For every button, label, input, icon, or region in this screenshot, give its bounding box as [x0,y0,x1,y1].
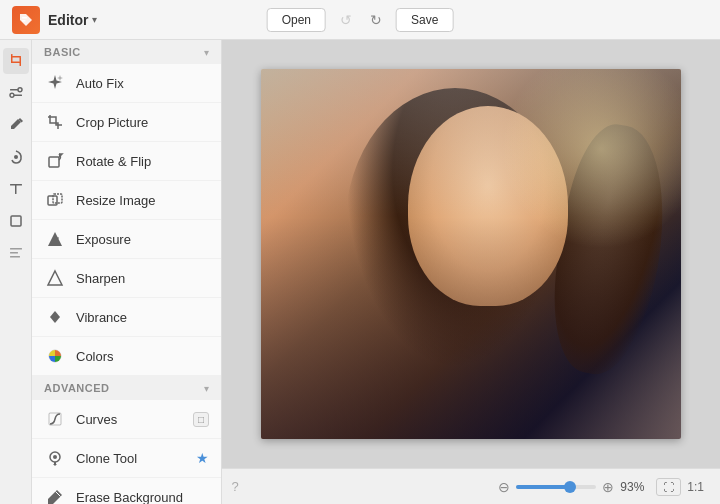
advanced-section-label: Advanced [44,382,110,394]
exposure-tool-icon [44,228,66,250]
svg-rect-17 [49,157,59,167]
help-icon: ? [231,479,238,494]
svg-point-9 [10,93,14,97]
svg-rect-0 [22,17,27,19]
tool-item-colors[interactable]: Colors [32,337,221,376]
svg-rect-1 [22,20,26,22]
tool-item-erase-bg[interactable]: Erase Background [32,478,221,504]
tool-item-crop[interactable]: Crop Picture [32,103,221,142]
sharpen-tool-icon [44,267,66,289]
open-button[interactable]: Open [267,8,326,32]
svg-rect-13 [11,216,21,226]
zoom-out-icon[interactable]: ⊖ [498,479,510,495]
resize-label: Resize Image [76,193,209,208]
zoom-percent: 93% [620,480,650,494]
adjust-icon-btn[interactable] [3,80,29,106]
crop-label: Crop Picture [76,115,209,130]
basic-section-header[interactable]: Basic ▾ [32,40,221,64]
svg-rect-15 [10,252,18,254]
basic-section-label: Basic [44,46,81,58]
main-area: Basic ▾ Auto Fix Crop Picture [0,40,720,504]
app-logo [12,6,40,34]
topbar-center-controls: Open ↺ ↻ Save [267,8,454,32]
topbar: Editor ▾ Open ↺ ↻ Save [0,0,720,40]
zoom-in-icon[interactable]: ⊕ [602,479,614,495]
help-button[interactable]: ? [222,468,248,504]
photo-image [261,69,681,439]
paint-icon-btn[interactable] [3,112,29,138]
tools-panel: Basic ▾ Auto Fix Crop Picture [32,40,222,504]
colors-label: Colors [76,349,209,364]
redo-button[interactable]: ↻ [366,10,386,30]
svg-point-28 [53,455,57,459]
tool-item-sharpen[interactable]: Sharpen [32,259,221,298]
app-title: Editor [48,12,88,28]
erase-bg-tool-icon [44,486,66,504]
curves-tool-icon [44,408,66,430]
rotate-label: Rotate & Flip [76,154,209,169]
svg-rect-4 [19,57,21,66]
zoom-fit-button[interactable]: ⛶ [656,478,681,496]
vibrance-tool-icon [44,306,66,328]
zoom-controls: ⊖ ⊕ 93% ⛶ 1:1 [498,478,704,496]
curves-badge: □ [193,412,209,427]
svg-marker-23 [48,271,62,285]
tool-item-auto-fix[interactable]: Auto Fix [32,64,221,103]
svg-rect-16 [10,256,20,258]
tool-item-exposure[interactable]: Exposure [32,220,221,259]
svg-marker-20 [48,232,62,246]
pattern-icon-btn[interactable] [3,240,29,266]
advanced-section-header[interactable]: Advanced ▾ [32,376,221,400]
save-button[interactable]: Save [396,8,453,32]
auto-fix-label: Auto Fix [76,76,209,91]
erase-bg-label: Erase Background [76,490,209,505]
crop-icon-btn[interactable] [3,48,29,74]
photo-canvas[interactable] [261,69,681,439]
canvas-area: ⊖ ⊕ 93% ⛶ 1:1 ? [222,40,720,504]
svg-rect-6 [10,89,18,91]
tool-item-rotate[interactable]: Rotate & Flip [32,142,221,181]
zoom-slider-thumb [564,481,576,493]
clone-tool-icon [44,447,66,469]
crop-tool-icon [44,111,66,133]
zoom-slider-fill [516,485,568,489]
resize-tool-icon [44,189,66,211]
auto-fix-icon [44,72,66,94]
colors-tool-icon [44,345,66,367]
editor-dropdown-icon[interactable]: ▾ [92,14,97,25]
svg-marker-24 [50,311,60,323]
vibrance-label: Vibrance [76,310,209,325]
curves-label: Curves [76,412,183,427]
canvas-wrapper [222,40,720,468]
rotate-tool-icon [44,150,66,172]
svg-rect-14 [10,248,22,250]
svg-rect-5 [12,56,21,58]
sidebar-icon-strip [0,40,32,504]
zoom-slider[interactable] [516,485,596,489]
logo-icon [18,12,34,28]
sharpen-label: Sharpen [76,271,209,286]
text-icon-btn[interactable] [3,176,29,202]
bottom-bar: ⊖ ⊕ 93% ⛶ 1:1 [222,468,720,504]
svg-point-7 [18,88,22,92]
svg-rect-3 [11,62,20,64]
basic-chevron-icon: ▾ [204,47,209,58]
tool-item-resize[interactable]: Resize Image [32,181,221,220]
undo-button[interactable]: ↺ [336,10,356,30]
exposure-label: Exposure [76,232,209,247]
tool-item-vibrance[interactable]: Vibrance [32,298,221,337]
draw-icon-btn[interactable] [3,144,29,170]
clone-badge: ★ [196,450,209,466]
advanced-chevron-icon: ▾ [204,383,209,394]
zoom-ratio: 1:1 [687,480,704,494]
svg-rect-8 [14,95,22,97]
clone-label: Clone Tool [76,451,186,466]
svg-point-10 [14,155,18,159]
shapes-icon-btn[interactable] [3,208,29,234]
tool-item-clone[interactable]: Clone Tool ★ [32,439,221,478]
tool-item-curves[interactable]: Curves □ [32,400,221,439]
svg-rect-12 [15,184,17,194]
